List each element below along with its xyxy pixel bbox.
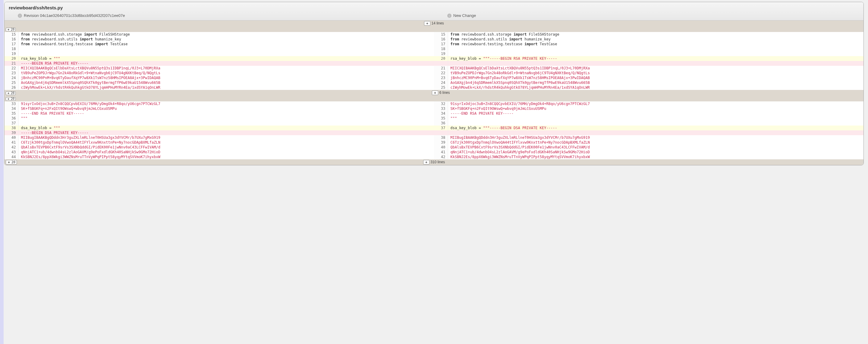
line-number-right[interactable] (434, 131, 448, 135)
code-cell-left: tVB9uPeZOPDJrWgu7Gn2k48oRkGdl+9+WtnaNvgb… (19, 70, 434, 76)
diff-file-panel: reviewboard/ssh/tests.py ↓ Revision 04c1… (4, 2, 864, 165)
line-number-right[interactable]: 32 (434, 102, 448, 106)
line-number-right[interactable]: 34 (434, 111, 448, 116)
line-number-right[interactable]: 22 (434, 70, 448, 76)
line-number-right[interactable]: 15 (434, 32, 448, 37)
expand-button[interactable]: ＋ (423, 160, 430, 165)
line-number-left[interactable]: 37 (4, 121, 19, 125)
code-cell-left (19, 121, 434, 125)
collapsed-hunk-top: ＋ 14 lines (4, 21, 864, 26)
line-number-left[interactable]: 34 (4, 106, 19, 111)
diff-row: 44KkSBNJ2Es/8ppX6Wkgi3WWZNsMruTTnVyWPqPI… (4, 154, 864, 159)
line-number-left[interactable]: 19 (4, 51, 19, 56)
line-number-left[interactable]: 21 (4, 61, 19, 66)
code-cell-right: from reviewboard.testing.testcase import… (448, 41, 864, 47)
line-number-left[interactable]: 20 (4, 56, 19, 61)
code-cell-right (448, 61, 864, 66)
line-number-left[interactable]: 39 (4, 131, 19, 135)
expand-20-row: ＋20 (4, 96, 864, 102)
line-number-left[interactable]: 38 (4, 125, 19, 131)
diff-row: 3736 (4, 121, 864, 125)
line-number-left[interactable]: 18 (4, 47, 19, 51)
code-cell-left: KkSBNJ2Es/8ppX6Wkgi3WWZNsMruTTnVyWPqPIPp… (19, 154, 434, 159)
line-number-right[interactable]: 20 (434, 56, 448, 61)
line-number-left[interactable]: 44 (4, 154, 19, 159)
line-number-right[interactable]: 40 (434, 145, 448, 150)
plus-icon: ＋ (7, 92, 10, 95)
line-number-right[interactable]: 36 (434, 121, 448, 125)
line-number-left[interactable]: 24 (4, 76, 19, 80)
diff-row: 23tVB9uPeZOPDJrWgu7Gn2k48oRkGdl+9+WtnaNv… (4, 70, 864, 76)
plus-icon: ＋ (7, 161, 10, 164)
code-cell-right: -----END RSA PRIVATE KEY----- (448, 111, 864, 116)
line-number-left[interactable]: 33 (4, 102, 19, 106)
line-number-right[interactable]: 25 (434, 85, 448, 90)
line-number-left[interactable]: 43 (4, 150, 19, 154)
line-number-right[interactable]: 38 (434, 135, 448, 140)
line-number-left[interactable]: 23 (4, 70, 19, 76)
code-cell-right: from reviewboard.ssh.utils import humani… (448, 37, 864, 41)
expand-20-button[interactable]: ＋20 (6, 28, 16, 31)
line-number-left[interactable]: 41 (4, 140, 19, 145)
code-cell-right: MIICXQIBAAKBgQCsElbDaXtsLctXBQVu8N55ptQ3… (448, 66, 864, 70)
line-number-right[interactable]: 42 (434, 154, 448, 159)
code-cell-right (448, 51, 864, 56)
line-number-left[interactable]: 36 (4, 116, 19, 121)
code-cell-left: QbAlsBxTEVPB6CxtF9srVs3SXNbQddGI/PidEK00… (19, 145, 434, 150)
line-number-left[interactable]: 16 (4, 37, 19, 41)
code-cell-left: from reviewboard.ssh.utils import humani… (19, 37, 434, 41)
download-icon[interactable]: ↓ (18, 13, 22, 18)
collapsed-hunk-bottom: ＋20 ＋ 310 lines (4, 159, 864, 165)
line-number-left[interactable]: 40 (4, 135, 19, 140)
line-number-right[interactable]: 37 (434, 125, 448, 131)
line-number-left[interactable]: 25 (4, 80, 19, 85)
collapsed-count: 14 lines (431, 21, 444, 25)
collapsed-count: 6 lines (439, 90, 450, 95)
line-number-right[interactable]: 21 (434, 66, 448, 70)
diff-row: 15from reviewboard.ssh.storage import Fi… (4, 32, 864, 37)
diff-row: 34SK+fSBGKFq+n2FxQIt9OWswQ+wbvq9jmJmLCGx… (4, 106, 864, 111)
line-number-left[interactable]: 42 (4, 145, 19, 150)
line-number-right[interactable]: 16 (434, 37, 448, 41)
line-number-right[interactable]: 24 (434, 80, 448, 85)
code-cell-right: 91syrIxOdjoc3uB+Zn8CQQCpvbEXIU/76MH/yDmg… (448, 102, 864, 106)
diff-row: 22MIICXQIBAAKBgQCsElbDaXtsLctXBQVu8N55pt… (4, 66, 864, 70)
revision-left: ↓ Revision 04c1ae32640701c33d6bccb95d432… (4, 13, 434, 18)
expand-20-button[interactable]: ＋20 (6, 97, 16, 101)
line-number-left[interactable]: 35 (4, 111, 19, 116)
code-cell-left: rsa_key_blob = """ (19, 56, 434, 61)
line-number-right[interactable]: 33 (434, 106, 448, 111)
diff-row: 1818 (4, 47, 864, 51)
line-number-right[interactable]: 17 (434, 41, 448, 47)
expand-button[interactable]: ＋ (424, 21, 430, 26)
line-number-left[interactable]: 26 (4, 85, 19, 90)
diff-row: 3391syrIxOdjoc3uB+Zn8CQQCpvbEXIU/76MH/yD… (4, 102, 864, 106)
line-number-right[interactable]: 18 (434, 47, 448, 51)
line-number-right[interactable]: 35 (434, 116, 448, 121)
diff-row: 36"""35""" (4, 116, 864, 121)
code-cell-right: cIWyhMowEk+LkX/rhdstR4kQuhkgGtkO78YLjqmH… (448, 85, 864, 90)
expand-20-button[interactable]: ＋20 (6, 160, 17, 165)
expand-20-button[interactable]: ＋20 (6, 91, 16, 95)
line-number-left[interactable]: 17 (4, 41, 19, 47)
diff-row: 21-----BEGIN RSA PRIVATE KEY----- (4, 61, 864, 66)
code-cell-right: qNnjATC1+ub/4dwnbO4sL2zlAoGAVM/g9ePoFxdl… (448, 150, 864, 154)
code-cell-right: rsa_key_blob = """-----BEGIN RSA PRIVATE… (448, 56, 864, 61)
expand-20-row: ＋20 (4, 26, 864, 32)
diff-row: 40MIIBugIBAAKBgQDddn3Hr3guZXLlmRLlneT0HS… (4, 135, 864, 140)
code-cell-left: -----BEGIN RSA PRIVATE KEY----- (19, 61, 434, 66)
line-number-right[interactable]: 19 (434, 51, 448, 56)
selection-gutter (0, 0, 4, 167)
code-cell-left: """ (19, 116, 434, 121)
line-number-right[interactable]: 41 (434, 150, 448, 154)
line-number-right[interactable]: 23 (434, 76, 448, 80)
line-number-right[interactable]: 39 (434, 140, 448, 145)
line-number-left[interactable]: 15 (4, 32, 19, 37)
expand-button[interactable]: ＋ (432, 90, 438, 95)
line-number-right[interactable] (434, 61, 448, 66)
line-number-left[interactable]: 22 (4, 66, 19, 70)
file-path: reviewboard/ssh/tests.py (4, 2, 864, 12)
revision-right: ↓ New Change (434, 13, 864, 18)
download-icon[interactable]: ↓ (447, 13, 452, 18)
plus-icon: ＋ (433, 91, 437, 94)
